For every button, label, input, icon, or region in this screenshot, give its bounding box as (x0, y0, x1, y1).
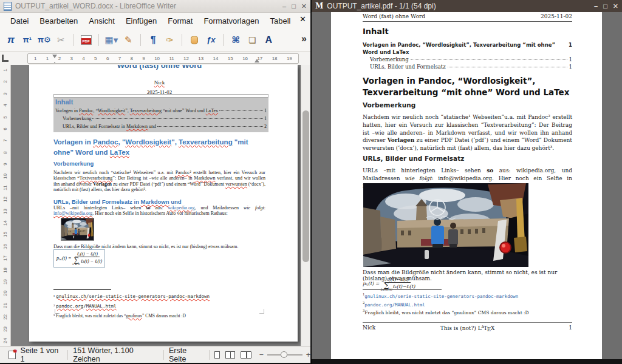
formula-fraction: ℓⱼ(t)−ℓᵢ(t) ∑k∈Nₓ(t) ℓₖ(t)−ℓᵢ(t) (381, 277, 415, 291)
view-single-page-icon[interactable] (214, 351, 220, 359)
heading-2-urls: URLs, Bilder und Formelsatz (363, 155, 464, 162)
autotext-icon[interactable]: A (262, 33, 275, 47)
pdf-status-strip (312, 359, 622, 364)
toc-entry[interactable]: Vorlagen in Pandoc, “Wordlosigkeit”, Tex… (55, 107, 267, 115)
toolbar-overflow-icon[interactable]: » (301, 33, 307, 44)
header-left: Word (fast) ohne Word (363, 13, 425, 19)
close-icon[interactable]: ✕ (301, 2, 307, 10)
menu-item-formatvorlagen[interactable]: Formatvorlagen (198, 15, 264, 27)
ruler-number: 3 (70, 56, 72, 61)
ruler-number: 1 (46, 56, 49, 61)
scrollbar-thumb[interactable] (302, 110, 309, 262)
zoom-out-icon[interactable]: − (259, 351, 263, 359)
export-pdf-icon[interactable]: PDF (80, 33, 92, 47)
writer-titlebar[interactable]: OUTPUT_artikel_WORD.docx - LibreOffice W… (0, 0, 310, 13)
clone-formatting-icon[interactable]: ✑ (163, 33, 176, 47)
writer-app-icon (4, 2, 12, 11)
status-page[interactable]: Seite 1 von 1 (21, 346, 63, 363)
table-of-contents: Vorlagen in Pandoc, “Wordlosigkeit”, Tex… (363, 41, 572, 70)
close-document-icon[interactable]: ✕ (298, 15, 308, 24)
maximize-icon[interactable]: □ (292, 2, 296, 10)
formula-lhs: pᵢ,ⱼ(t) = (56, 255, 71, 261)
writer-toolbar: ππ¹π⚙✂PDF▦▾✎¶✑ƒx⌘❏A (0, 29, 310, 52)
document-modified-icon[interactable]: ✱ (9, 351, 16, 359)
document-page[interactable]: Word (fast) ohne Word Nick 2025-11-02 In… (29, 65, 298, 342)
table-of-contents[interactable]: Inhalt Vorlagen in Pandoc, “Wordlosigkei… (53, 98, 268, 132)
toc-entry: Vorbemerkung1 (363, 56, 572, 63)
pdf-page[interactable]: Word (fast) ohne Word 2025-11-02 Inhalt … (331, 12, 602, 359)
ruler-number: 15 (2, 232, 8, 238)
toc-entry-label: Vorbemerkung (370, 56, 409, 63)
pdf-app-icon: M (315, 2, 323, 10)
texmaths-config-icon[interactable]: π⚙ (38, 33, 51, 47)
texmaths-equation-icon[interactable]: π (5, 33, 17, 47)
texmaths-numbered-icon[interactable]: π¹ (21, 33, 33, 47)
toc-entry-label: Vorlagen in Pandoc, “Wordlosigkeit”, Tex… (363, 41, 565, 56)
draw-functions-icon[interactable]: ✎ (122, 33, 134, 47)
menu-item-ansicht[interactable]: Ansicht (83, 15, 120, 27)
pdf-running-footer: Nick This is (not?) LATEX 1 (363, 322, 572, 331)
text-boundary-corner (259, 309, 264, 314)
toc-heading: Inhalt (55, 98, 267, 106)
formula: pᵢⱼ(t) = ℓⱼ(t)−ℓᵢ(t) ∑k∈Nₓ(t) ℓₖ(t)−ℓᵢ(t… (363, 277, 415, 291)
ruler-number: 5 (2, 116, 8, 118)
writer-menubar: DateiBearbeitenAnsichtEinfügenFormatForm… (0, 13, 310, 29)
data-sources-icon[interactable] (188, 33, 200, 47)
special-character-icon[interactable]: ⌘ (230, 33, 242, 47)
toc-entry[interactable]: URLs, Bilder und Formelsatz in Markdown … (55, 123, 267, 130)
zoom-slider-knob[interactable] (281, 351, 287, 358)
ruler-number: 7 (2, 140, 8, 142)
ruler-number: 18 (272, 56, 278, 61)
right-indent-marker[interactable] (255, 56, 259, 62)
footnotes: ¹ gnulinux.ch/serie-static-site-generato… (53, 292, 265, 321)
minimize-icon[interactable]: – (282, 2, 286, 10)
inline-photo-thumbnail[interactable] (61, 218, 94, 241)
vertical-ruler[interactable]: 123456789101112131415161718192021222324 (0, 65, 11, 346)
document-canvas[interactable]: Word (fast) ohne Word Nick 2025-11-02 In… (0, 65, 301, 346)
pdf-titlebar[interactable]: M OUTPUT_artikel.pdf - 1/1 (54 dpi) – □ … (312, 0, 622, 12)
footnote: ² pandoc.org/MANUAL.html (53, 302, 265, 311)
toolbar-separator (182, 34, 182, 46)
maximize-icon[interactable]: □ (603, 2, 607, 10)
menu-item-format[interactable]: Format (162, 15, 198, 27)
cut-icon[interactable]: ✂ (55, 33, 67, 47)
toc-entry: Vorlagen in Pandoc, “Wordlosigkeit”, Tex… (363, 41, 572, 56)
insert-comment-icon[interactable]: ❏ (246, 33, 258, 47)
menu-item-datei[interactable]: Datei (5, 15, 34, 27)
insert-table-icon[interactable]: ▦▾ (105, 33, 118, 47)
horizontal-ruler[interactable]: 112345678910111213141516171819 (27, 53, 299, 64)
view-multi-page-icon[interactable] (225, 351, 235, 359)
document-content[interactable]: Word (fast) ohne Word Nick 2025-11-02 In… (53, 65, 265, 342)
ruler-number: 1 (34, 56, 36, 61)
toc-entry[interactable]: Vorbemerkung1 (55, 115, 267, 123)
menu-item-tabell[interactable]: Tabell (264, 15, 296, 27)
toc-entry-label: Vorbemerkung (63, 115, 91, 123)
minimize-icon[interactable]: – (594, 2, 598, 10)
close-icon[interactable]: ✕ (613, 2, 618, 10)
footnote: ¹ gnulinux.ch/serie-static-site-generato… (53, 292, 265, 302)
formatting-marks-icon[interactable]: ¶ (147, 33, 159, 47)
formula-lhs: pᵢⱼ(t) = (363, 281, 380, 286)
footnote: 2pandoc.org/MANUAL.html (363, 300, 572, 308)
status-wordcount[interactable]: 151 Wörter, 1.100 Zeichen (73, 346, 159, 363)
footnote: 3Fraglich bleibt, was nicht zuletzt das … (363, 308, 572, 316)
vertical-scrollbar[interactable] (301, 65, 310, 346)
ruler-number: 8 (2, 151, 8, 153)
left-indent-marker[interactable] (52, 59, 57, 64)
ruler-number: 3 (2, 92, 8, 95)
paragraph-3: Dass man die Bildgröße nicht ändern kann… (53, 244, 265, 249)
zoom-slider[interactable] (267, 354, 302, 356)
ruler-number: 23 (2, 326, 8, 332)
ruler-number: 16 (2, 244, 8, 249)
ruler-number: 18 (2, 268, 8, 273)
ruler-number: 19 (2, 279, 8, 285)
menu-item-bearbeiten[interactable]: Bearbeiten (34, 15, 83, 27)
insert-function-icon[interactable]: ƒx (205, 33, 217, 47)
tab-stop-selector[interactable] (2, 55, 9, 62)
status-page-style[interactable]: Erste Seite (169, 346, 204, 363)
zoom-in-icon[interactable]: + (306, 351, 310, 359)
ruler-number: 12 (2, 197, 8, 202)
view-book-icon[interactable] (241, 351, 251, 359)
menu-item-einfügen[interactable]: Einfügen (120, 15, 162, 27)
formula-object[interactable]: pᵢ,ⱼ(t) = ℓⱼ(t) − ℓᵢ(t) ∑k ∈ Nᵢ ℓₖ(t) − … (53, 249, 105, 268)
